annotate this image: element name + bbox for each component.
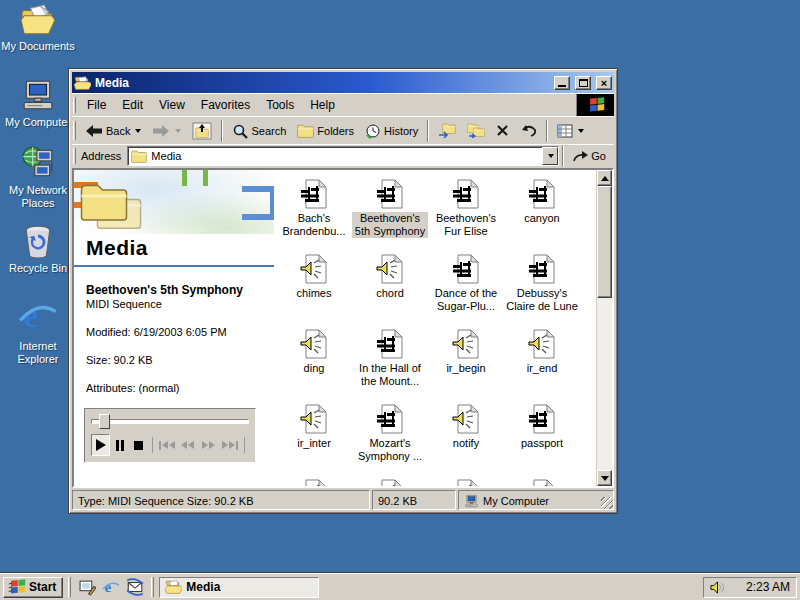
volume-speaker-icon[interactable] xyxy=(710,580,725,595)
views-dropdown-icon xyxy=(578,129,584,133)
my-documents-icon xyxy=(20,4,56,36)
wave-file-icon xyxy=(298,253,330,285)
seek-thumb[interactable] xyxy=(99,414,110,429)
file-label: chimes xyxy=(276,287,352,300)
menu-view[interactable]: View xyxy=(151,95,193,115)
desktop-icon-my-computer[interactable]: My Computer xyxy=(0,78,76,129)
wave-file-icon xyxy=(374,253,406,285)
search-button[interactable]: Search xyxy=(227,119,291,143)
up-button[interactable] xyxy=(187,119,217,143)
close-button[interactable]: × xyxy=(596,76,612,90)
file-item[interactable]: ir_begin xyxy=(428,328,504,403)
file-item[interactable]: Dance of the Sugar-Plu... xyxy=(428,253,504,328)
quick-launch-outlook-express[interactable] xyxy=(124,577,146,598)
midi-file-icon xyxy=(374,178,406,210)
file-item[interactable]: Debussy's Claire de Lune xyxy=(504,253,580,328)
file-label: ding xyxy=(276,362,352,375)
start-button[interactable]: Start xyxy=(3,577,63,598)
file-item[interactable]: passport xyxy=(504,403,580,478)
scroll-track[interactable] xyxy=(597,186,612,470)
file-item[interactable] xyxy=(428,478,504,486)
menu-edit[interactable]: Edit xyxy=(114,95,151,115)
file-item[interactable]: Beethoven's 5th Symphony xyxy=(352,178,428,253)
toolbar-grip[interactable] xyxy=(73,97,76,112)
pause-button[interactable] xyxy=(110,434,129,456)
menu-help[interactable]: Help xyxy=(302,95,343,115)
seek-slider[interactable] xyxy=(91,414,249,429)
minimize-button[interactable] xyxy=(554,76,570,90)
wave-file-icon xyxy=(298,403,330,435)
vertical-scrollbar[interactable] xyxy=(596,170,612,486)
file-item[interactable] xyxy=(276,478,352,486)
file-item[interactable]: notify xyxy=(428,403,504,478)
menu-tools[interactable]: Tools xyxy=(258,95,302,115)
forward-button[interactable] xyxy=(147,119,186,143)
desktop-icon-internet-explorer[interactable]: Internet Explorer xyxy=(0,296,76,366)
desktop-icon-my-network-places[interactable]: My Network Places xyxy=(0,146,76,210)
address-dropdown-button[interactable] xyxy=(542,147,558,165)
system-tray: 2:23 AM xyxy=(703,577,797,598)
desktop-icon-recycle-bin[interactable]: Recycle Bin xyxy=(0,224,76,275)
status-zone-label: My Computer xyxy=(483,495,549,507)
file-label: ir_begin xyxy=(428,362,504,375)
midi-file-icon xyxy=(298,178,330,210)
menu-file[interactable]: File xyxy=(79,95,114,115)
undo-button[interactable] xyxy=(515,119,542,143)
file-item[interactable]: canyon xyxy=(504,178,580,253)
stop-button[interactable] xyxy=(129,434,148,456)
rewind-button[interactable] xyxy=(177,434,198,456)
play-button[interactable] xyxy=(91,434,110,456)
fast-forward-button[interactable] xyxy=(198,434,219,456)
maximize-button[interactable] xyxy=(575,76,591,90)
scroll-down-button[interactable] xyxy=(597,470,612,486)
back-arrow-icon xyxy=(85,124,103,138)
seek-track xyxy=(91,419,249,424)
folders-button[interactable]: Folders xyxy=(292,119,359,143)
dropdown-icon xyxy=(548,154,554,158)
desktop-icon-my-documents[interactable]: My Documents xyxy=(0,4,76,53)
views-button[interactable] xyxy=(552,119,589,143)
move-to-button[interactable] xyxy=(433,119,461,143)
file-label: passport xyxy=(504,437,580,450)
back-button[interactable]: Back xyxy=(80,119,146,143)
toolbar-grip[interactable] xyxy=(73,121,76,140)
file-item[interactable]: ir_inter xyxy=(276,403,352,478)
skip-end-button[interactable] xyxy=(219,434,240,456)
selected-file-attributes: Attributes: (normal) xyxy=(86,382,262,394)
title-bar[interactable]: Media × xyxy=(72,72,614,93)
file-item[interactable] xyxy=(352,478,428,486)
windows-flag-icon xyxy=(8,578,26,596)
scroll-up-button[interactable] xyxy=(597,170,612,186)
file-item[interactable]: Bach's Brandenbu... xyxy=(276,178,352,253)
task-button-media[interactable]: Media xyxy=(159,577,319,598)
folder-info-panel: Media Beethoven's 5th Symphony MIDI Sequ… xyxy=(74,170,274,486)
file-item[interactable]: ding xyxy=(276,328,352,403)
copy-to-button[interactable] xyxy=(462,119,490,143)
go-button[interactable]: Go xyxy=(567,145,612,167)
file-label: canyon xyxy=(504,212,580,225)
toolbar-grip[interactable] xyxy=(73,148,76,163)
file-item[interactable]: ir_end xyxy=(504,328,580,403)
menu-favorites[interactable]: Favorites xyxy=(193,95,258,115)
scroll-thumb[interactable] xyxy=(597,186,612,298)
skip-back-button[interactable] xyxy=(156,434,177,456)
resize-grip[interactable] xyxy=(601,497,613,509)
file-label: Beethoven's Fur Elise xyxy=(428,212,504,238)
file-item[interactable]: chimes xyxy=(276,253,352,328)
close-icon: × xyxy=(601,78,607,88)
status-size: 90.2 KB xyxy=(372,490,456,510)
address-value: Media xyxy=(151,150,181,162)
address-input[interactable]: Media xyxy=(127,146,559,166)
network-places-icon xyxy=(20,146,56,180)
file-item[interactable]: Mozart's Symphony ... xyxy=(352,403,428,478)
file-item[interactable]: chord xyxy=(352,253,428,328)
history-button[interactable]: History xyxy=(360,119,423,143)
decor-green-bracket xyxy=(182,170,208,186)
folders-icon xyxy=(297,124,314,138)
quick-launch-show-desktop[interactable] xyxy=(76,577,98,598)
file-item[interactable]: In the Hall of the Mount... xyxy=(352,328,428,403)
delete-button[interactable] xyxy=(491,119,514,143)
file-item[interactable]: Beethoven's Fur Elise xyxy=(428,178,504,253)
file-item[interactable] xyxy=(504,478,580,486)
quick-launch-internet-explorer[interactable] xyxy=(100,577,122,598)
